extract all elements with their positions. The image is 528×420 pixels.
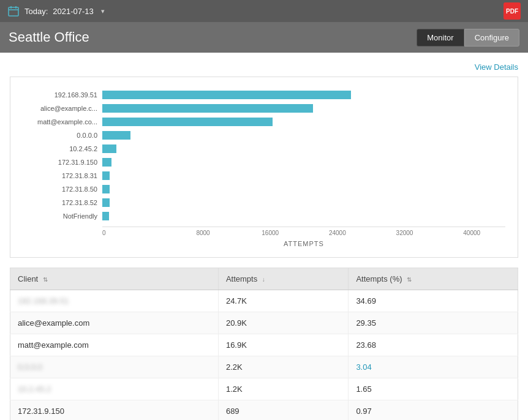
bar-track xyxy=(102,171,505,180)
bar-row: 0.0.0.0 xyxy=(23,130,505,141)
data-table: Client ⇅ Attempts ↓ Attempts (%) ⇅ 192.1… xyxy=(10,268,518,420)
bar-label: 0.0.0.0 xyxy=(23,132,102,139)
cell-attempts: 1.2K xyxy=(218,378,348,400)
configure-button[interactable]: Configure xyxy=(464,29,519,47)
bar-track xyxy=(102,185,505,193)
bar-row: 172.31.8.50 xyxy=(23,184,505,195)
sort-icon-client: ⇅ xyxy=(43,276,48,283)
monitor-button[interactable]: Monitor xyxy=(417,29,464,47)
cell-client: 0.0.0.0 xyxy=(10,356,219,378)
col-attempts-pct[interactable]: Attempts (%) ⇅ xyxy=(349,268,518,290)
bar-fill xyxy=(102,144,116,153)
bar-track xyxy=(102,198,505,207)
cell-attempts: 16.9K xyxy=(218,334,348,356)
bar-row: 172.31.9.150 xyxy=(23,157,505,168)
bar-label: 192.168.39.51 xyxy=(23,91,102,99)
cell-client: 192.168.39.51 xyxy=(10,290,219,312)
cell-attempts-pct: 34.69 xyxy=(349,290,518,312)
x-axis-label: 24000 xyxy=(304,230,371,236)
bar-fill xyxy=(102,131,130,140)
table-row: 192.168.39.51 24.7K 34.69 xyxy=(10,290,518,312)
x-axis-title: ATTEMPTS xyxy=(102,240,505,247)
bar-row: matt@example.co... xyxy=(23,116,505,127)
view-details-row: View Details xyxy=(10,59,518,77)
top-bar: Today: 2021-07-13 ▾ PDF xyxy=(0,0,528,22)
calendar-icon xyxy=(7,5,20,17)
col-attempts[interactable]: Attempts ↓ xyxy=(218,268,348,290)
date-selector[interactable]: Today: 2021-07-13 ▾ xyxy=(7,5,105,17)
bar-label: 172.31.8.50 xyxy=(23,186,102,193)
cell-attempts-pct: 29.35 xyxy=(349,312,518,334)
cell-attempts-pct: 1.65 xyxy=(349,378,518,400)
sort-icon-attempts: ↓ xyxy=(262,276,265,283)
bar-track xyxy=(102,104,505,113)
cell-client: matt@example.com xyxy=(10,334,219,356)
bar-track xyxy=(102,118,505,126)
bar-label: 10.2.45.2 xyxy=(23,145,102,152)
bar-fill xyxy=(102,118,273,126)
header-button-group: Monitor Configure xyxy=(417,29,519,47)
cell-attempts: 20.9K xyxy=(218,312,348,334)
svg-rect-0 xyxy=(9,7,18,16)
cell-attempts-pct: 0.97 xyxy=(349,400,518,421)
bar-fill xyxy=(102,185,110,193)
cell-attempts: 24.7K xyxy=(218,290,348,312)
cell-attempts: 689 xyxy=(218,400,348,421)
bar-track xyxy=(102,131,505,140)
header-bar: Seattle Office Monitor Configure xyxy=(0,22,528,53)
x-axis-label: 40000 xyxy=(438,230,505,236)
cell-attempts-pct: 23.68 xyxy=(349,334,518,356)
bar-label: alice@example.c... xyxy=(23,105,102,112)
sort-icon-attempts-pct: ⇅ xyxy=(407,276,412,283)
table-row: matt@example.com 16.9K 23.68 xyxy=(10,334,518,356)
bar-fill xyxy=(102,91,351,99)
cell-client: alice@example.com xyxy=(10,312,219,334)
view-details-link[interactable]: View Details xyxy=(475,62,518,72)
x-axis-label: 32000 xyxy=(371,230,439,236)
bar-label: NotFriendly xyxy=(23,212,102,220)
bar-fill xyxy=(102,212,109,220)
bar-row: alice@example.c... xyxy=(23,103,505,114)
cell-client: 10.2.45.2 xyxy=(10,378,219,400)
bar-row: 10.2.45.2 xyxy=(23,143,505,154)
bar-row: 172.31.8.52 xyxy=(23,197,505,208)
bar-fill xyxy=(102,198,110,207)
x-axis-label: 16000 xyxy=(236,230,304,236)
main-content: View Details 192.168.39.51 alice@example… xyxy=(0,53,528,420)
bar-label: 172.31.9.150 xyxy=(23,159,102,166)
x-axis-label: 8000 xyxy=(170,230,237,236)
bar-track xyxy=(102,158,505,167)
bar-fill xyxy=(102,104,313,113)
cell-attempts: 2.2K xyxy=(218,356,348,378)
bar-fill xyxy=(102,158,111,167)
table-row: alice@example.com 20.9K 29.35 xyxy=(10,312,518,334)
bar-track xyxy=(102,212,505,220)
bar-label: 172.31.8.52 xyxy=(23,199,102,206)
bar-chart: 192.168.39.51 alice@example.c... matt@ex… xyxy=(23,89,505,224)
bar-row: 172.31.8.31 xyxy=(23,170,505,181)
table-row: 10.2.45.2 1.2K 1.65 xyxy=(10,378,518,400)
bar-fill xyxy=(102,171,110,180)
bar-label: matt@example.co... xyxy=(23,118,102,126)
bar-row: 192.168.39.51 xyxy=(23,89,505,100)
bar-track xyxy=(102,144,505,153)
bar-row: NotFriendly xyxy=(23,211,505,222)
table-row: 0.0.0.0 2.2K 3.04 xyxy=(10,356,518,378)
pdf-button[interactable]: PDF xyxy=(503,2,521,20)
page-title: Seattle Office xyxy=(9,29,89,45)
today-label: Today: xyxy=(25,7,48,16)
cell-attempts-pct: 3.04 xyxy=(349,356,518,378)
chart-container: 192.168.39.51 alice@example.c... matt@ex… xyxy=(10,77,518,258)
table-row: 172.31.9.150 689 0.97 xyxy=(10,400,518,421)
date-chevron-icon: ▾ xyxy=(101,7,105,15)
x-axis: 0800016000240003200040000 xyxy=(102,227,505,236)
bar-label: 172.31.8.31 xyxy=(23,172,102,179)
cell-client: 172.31.9.150 xyxy=(10,400,219,421)
col-client[interactable]: Client ⇅ xyxy=(10,268,219,290)
date-value: 2021-07-13 xyxy=(53,7,94,16)
x-axis-label: 0 xyxy=(102,230,170,236)
bar-track xyxy=(102,91,505,99)
